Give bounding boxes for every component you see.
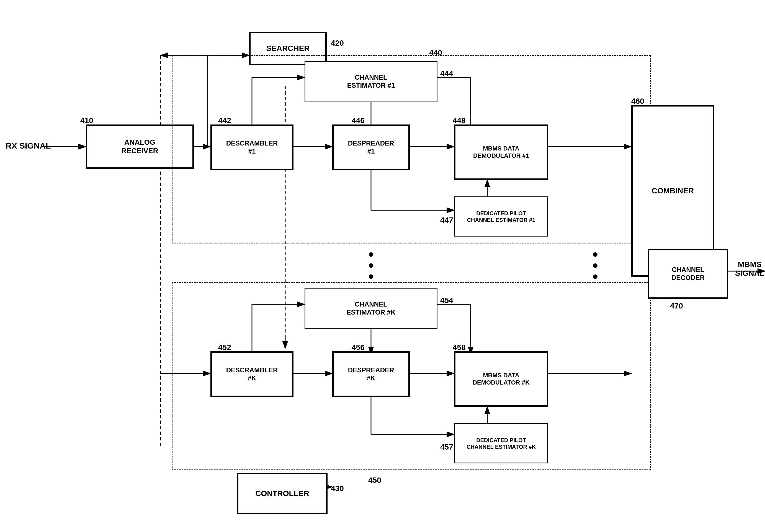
svg-point-42 bbox=[593, 274, 597, 279]
dedicated-pilot1-block: DEDICATED PILOTCHANNEL ESTIMATOR #1 bbox=[454, 196, 548, 236]
label-446: 446 bbox=[352, 116, 365, 125]
rx-signal-label: RX SIGNAL bbox=[6, 141, 51, 150]
mbms-signal-label: MBMSSIGNAL bbox=[735, 260, 764, 278]
channel-est1-block: CHANNELESTIMATOR #1 bbox=[305, 61, 437, 102]
svg-point-25 bbox=[369, 274, 373, 279]
despreaderK-block: DESPREADER#K bbox=[332, 351, 410, 397]
mbms-demodK-block: MBMS DATADEMODULATOR #K bbox=[454, 351, 548, 407]
controller-block: CONTROLLER bbox=[237, 473, 328, 514]
label-420: 420 bbox=[331, 39, 344, 48]
label-457: 457 bbox=[440, 443, 453, 451]
diagram: RX SIGNAL ANALOGRECEIVER 410 SEARCHER 42… bbox=[0, 0, 765, 532]
mbms-demod1-block: MBMS DATADEMODULATOR #1 bbox=[454, 125, 548, 180]
label-460: 460 bbox=[631, 97, 644, 106]
label-447: 447 bbox=[440, 216, 453, 225]
svg-point-41 bbox=[593, 263, 597, 268]
descrambler1-block: DESCRAMBLER#1 bbox=[211, 125, 294, 170]
label-456: 456 bbox=[352, 343, 365, 352]
label-430: 430 bbox=[331, 484, 344, 493]
label-450: 450 bbox=[368, 476, 381, 485]
svg-point-24 bbox=[369, 263, 373, 268]
svg-point-23 bbox=[369, 252, 373, 257]
svg-point-40 bbox=[593, 252, 597, 257]
label-448: 448 bbox=[453, 116, 466, 125]
label-470: 470 bbox=[670, 302, 683, 310]
label-440: 440 bbox=[429, 48, 442, 57]
despreader1-block: DESPREADER#1 bbox=[332, 125, 410, 170]
label-444: 444 bbox=[440, 69, 453, 78]
channel-estK-block: CHANNELESTIMATOR #K bbox=[305, 288, 437, 329]
label-458: 458 bbox=[453, 343, 466, 352]
label-442: 442 bbox=[218, 116, 231, 125]
descramblerK-block: DESCRAMBLER#K bbox=[211, 351, 294, 397]
channel-decoder-block: CHANNELDECODER bbox=[648, 249, 728, 299]
label-454: 454 bbox=[440, 296, 453, 305]
dedicated-pilotK-block: DEDICATED PILOTCHANNEL ESTIMATOR #K bbox=[454, 423, 548, 463]
label-410: 410 bbox=[80, 116, 93, 125]
label-452: 452 bbox=[218, 343, 231, 352]
